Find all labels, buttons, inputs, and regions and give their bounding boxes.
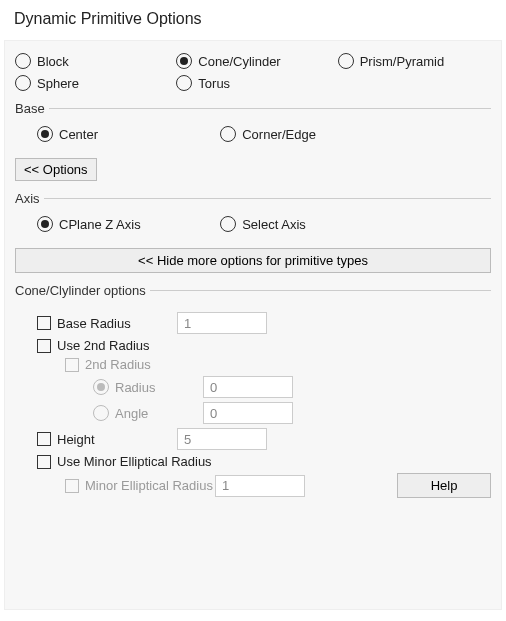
angle-input xyxy=(203,402,293,424)
check-indicator xyxy=(37,455,51,469)
dialog-title: Dynamic Primitive Options xyxy=(0,0,506,40)
angle-row: Angle xyxy=(15,402,491,424)
radio-indicator xyxy=(176,53,192,69)
radio-label: Sphere xyxy=(37,76,79,91)
cone-options-fieldset: Cone/Clylinder options Base Radius Use 2… xyxy=(15,283,491,502)
base-fieldset: Base Center Corner/Edge xyxy=(15,101,491,152)
radio-2nd-by-radius: Radius xyxy=(93,379,193,395)
radio-block[interactable]: Block xyxy=(15,53,168,69)
radio-prism-pyramid[interactable]: Prism/Pyramid xyxy=(338,53,491,69)
check-indicator xyxy=(37,432,51,446)
height-row: Height xyxy=(15,428,491,450)
hide-more-options-button[interactable]: << Hide more options for primitive types xyxy=(15,248,491,273)
base-legend: Base xyxy=(15,101,49,116)
options-toggle-button[interactable]: << Options xyxy=(15,158,97,181)
radio-indicator xyxy=(15,53,31,69)
radio-indicator xyxy=(93,379,109,395)
radio-label: Prism/Pyramid xyxy=(360,54,445,69)
use-2nd-radius-row: Use 2nd Radius xyxy=(15,338,491,353)
main-panel: Block Cone/Cylinder Prism/Pyramid Sphere… xyxy=(4,40,502,610)
minor-elliptical-row: Minor Elliptical Radius Help xyxy=(15,473,491,498)
base-radius-row: Base Radius xyxy=(15,312,491,334)
second-radius-row: 2nd Radius xyxy=(15,357,491,372)
radio-label: Radius xyxy=(115,380,155,395)
check-label: 2nd Radius xyxy=(85,357,151,372)
check-2nd-radius: 2nd Radius xyxy=(65,357,151,372)
radio-cone-cylinder[interactable]: Cone/Cylinder xyxy=(176,53,329,69)
radio-base-corner[interactable]: Corner/Edge xyxy=(220,126,395,142)
radio-indicator xyxy=(220,216,236,232)
radio-label: CPlane Z Axis xyxy=(59,217,141,232)
axis-fieldset: Axis CPlane Z Axis Select Axis xyxy=(15,191,491,242)
check-indicator xyxy=(65,358,79,372)
check-height[interactable]: Height xyxy=(37,432,167,447)
radio-label: Corner/Edge xyxy=(242,127,316,142)
radio-label: Select Axis xyxy=(242,217,306,232)
check-indicator xyxy=(37,316,51,330)
radio-label: Center xyxy=(59,127,98,142)
radio-indicator xyxy=(37,126,53,142)
cone-options-legend: Cone/Clylinder options xyxy=(15,283,150,298)
shape-row-1: Block Cone/Cylinder Prism/Pyramid xyxy=(15,53,491,69)
radio-label: Angle xyxy=(115,406,148,421)
radio-indicator xyxy=(338,53,354,69)
check-base-radius[interactable]: Base Radius xyxy=(37,316,167,331)
radio-base-center[interactable]: Center xyxy=(37,126,212,142)
check-label: Minor Elliptical Radius xyxy=(85,478,213,493)
check-label: Use Minor Elliptical Radius xyxy=(57,454,212,469)
check-use-minor-elliptical[interactable]: Use Minor Elliptical Radius xyxy=(37,454,212,469)
radio-indicator xyxy=(176,75,192,91)
radio-axis-select[interactable]: Select Axis xyxy=(220,216,395,232)
check-label: Use 2nd Radius xyxy=(57,338,150,353)
check-use-2nd-radius[interactable]: Use 2nd Radius xyxy=(37,338,150,353)
help-button[interactable]: Help xyxy=(397,473,491,498)
radius-row: Radius xyxy=(15,376,491,398)
radio-axis-cplane[interactable]: CPlane Z Axis xyxy=(37,216,212,232)
radio-label: Torus xyxy=(198,76,230,91)
check-label: Base Radius xyxy=(57,316,131,331)
check-indicator xyxy=(65,479,79,493)
use-minor-row: Use Minor Elliptical Radius xyxy=(15,454,491,469)
base-radius-input[interactable] xyxy=(177,312,267,334)
radio-indicator xyxy=(93,405,109,421)
minor-elliptical-input xyxy=(215,475,305,497)
radio-sphere[interactable]: Sphere xyxy=(15,75,168,91)
axis-legend: Axis xyxy=(15,191,44,206)
radio-2nd-by-angle: Angle xyxy=(93,405,193,421)
radio-label: Cone/Cylinder xyxy=(198,54,280,69)
check-minor-elliptical: Minor Elliptical Radius xyxy=(65,478,215,493)
height-input[interactable] xyxy=(177,428,267,450)
radius-input xyxy=(203,376,293,398)
radio-label: Block xyxy=(37,54,69,69)
radio-indicator xyxy=(37,216,53,232)
radio-indicator xyxy=(220,126,236,142)
check-indicator xyxy=(37,339,51,353)
radio-torus[interactable]: Torus xyxy=(176,75,329,91)
radio-indicator xyxy=(15,75,31,91)
shape-row-2: Sphere Torus xyxy=(15,75,491,91)
check-label: Height xyxy=(57,432,95,447)
